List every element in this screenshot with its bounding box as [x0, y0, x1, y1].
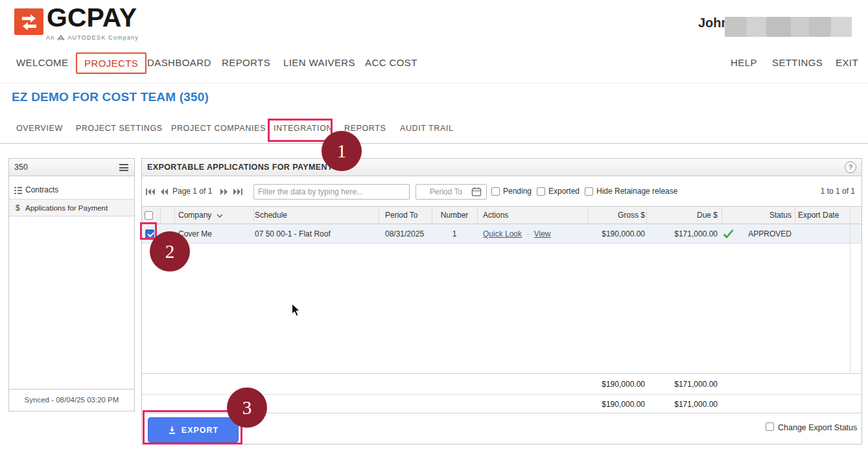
page-indicator: Page 1 of 1 [172, 187, 212, 196]
gcpay-app: GCPAY An AUTODESK Company John WELCOME P… [0, 0, 868, 451]
col-export-date[interactable]: Export Date [798, 207, 839, 224]
table-header-row: Company Schedule Period To Number Action… [142, 206, 862, 224]
nav-help[interactable]: HELP [731, 57, 757, 68]
total-gross: $190,000.00 [589, 374, 645, 395]
cell-period-to: 08/31/2025 [385, 224, 424, 244]
cell-company: Cover Me [178, 224, 212, 244]
tab-overview[interactable]: OVERVIEW [16, 124, 63, 133]
nav-exit[interactable]: EXIT [836, 57, 858, 68]
totals-row-page: $190,000.00 $171,000.00 [142, 373, 862, 394]
filter-input[interactable] [253, 184, 410, 200]
col-status[interactable]: Status [723, 207, 792, 224]
tab-reports[interactable]: REPORTS [344, 124, 386, 133]
table-row[interactable]: Cover Me 07 50 00-1 - Flat Roof 08/31/20… [142, 224, 862, 244]
record-range: 1 to 1 of 1 [821, 187, 855, 196]
tab-project-settings[interactable]: PROJECT SETTINGS [76, 124, 163, 133]
cell-gross: $190,000.00 [589, 224, 645, 244]
project-tabs: OVERVIEW PROJECT SETTINGS PROJECT COMPAN… [0, 113, 868, 144]
dollar-icon: $ [16, 200, 20, 217]
total-due: $171,000.00 [648, 374, 718, 395]
export-button-label: EXPORT [182, 426, 218, 435]
tab-integration[interactable]: INTEGRATION [274, 124, 333, 133]
sidebar-header: 350 [9, 159, 134, 176]
grid-scroll-gutter [850, 206, 850, 373]
pending-label: Pending [503, 187, 532, 196]
pager-prev-icon[interactable] [159, 187, 169, 198]
cell-number: 1 [432, 224, 477, 244]
tagline-suffix: AUTODESK Company [67, 34, 139, 41]
gcpay-logo-text[interactable]: GCPAY [47, 3, 137, 33]
cell-actions: Quick Look · View [483, 224, 551, 244]
help-icon[interactable]: ? [845, 161, 856, 173]
pager-first-icon[interactable] [145, 187, 156, 198]
project-title: EZ DEMO FOR COST TEAM (350) [12, 90, 209, 104]
autodesk-tagline: An AUTODESK Company [46, 34, 139, 41]
col-due[interactable]: Due $ [648, 207, 718, 224]
sidebar-item-applications-for-payment[interactable]: $ Applications for Payment [9, 199, 134, 216]
sync-status: Synced - 08/04/25 03:20 PM [9, 389, 134, 411]
grand-total-due: $171,000.00 [648, 395, 718, 414]
hide-retainage-checkbox[interactable] [585, 187, 593, 196]
panel-title: EXPORTABLE APPLICATIONS FOR PAYMENT [147, 159, 333, 176]
change-export-status-checkbox[interactable] [766, 422, 774, 431]
contracts-list-icon [14, 187, 23, 194]
sidebar-menu-icon[interactable] [119, 164, 128, 171]
download-icon [168, 426, 176, 434]
redacted-user-surname [725, 17, 852, 37]
export-button[interactable]: EXPORT [148, 417, 239, 443]
status-badge: APPROVED [748, 224, 792, 244]
quick-look-link[interactable]: Quick Look [483, 229, 522, 238]
exported-checkbox[interactable] [537, 187, 545, 196]
gcpay-logo-icon[interactable] [14, 8, 43, 35]
nav-settings[interactable]: SETTINGS [772, 57, 823, 68]
change-export-status-label: Change Export Status [778, 423, 857, 432]
cell-status: APPROVED [723, 224, 792, 244]
sort-chevron-down-icon[interactable] [217, 214, 223, 218]
nav-dashboard[interactable]: DASHBOARD [147, 57, 211, 68]
exported-label: Exported [548, 187, 580, 196]
panel-header: EXPORTABLE APPLICATIONS FOR PAYMENT ? [142, 159, 862, 176]
tagline-prefix: An [46, 34, 54, 41]
totals-row-grand: $190,000.00 $171,000.00 [142, 394, 862, 413]
pending-checkbox[interactable] [491, 187, 500, 196]
exportable-applications-panel: EXPORTABLE APPLICATIONS FOR PAYMENT ? Pa… [141, 158, 862, 445]
tab-audit-trail[interactable]: AUDIT TRAIL [400, 124, 454, 133]
action-separator: · [526, 229, 529, 238]
col-gross[interactable]: Gross $ [589, 207, 645, 224]
autodesk-logo-icon [57, 35, 65, 41]
contract-sidebar-panel: 350 Contracts $ Applications for Payment… [8, 158, 135, 411]
col-period-to[interactable]: Period To [385, 207, 417, 224]
nav-reports[interactable]: REPORTS [222, 57, 270, 68]
exchange-arrows-icon [20, 14, 38, 30]
select-all-checkbox[interactable] [145, 211, 153, 220]
nav-acc-cost[interactable]: ACC COST [365, 57, 417, 68]
sidebar-title: 350 [14, 159, 28, 176]
sidebar-item-contracts[interactable]: Contracts [9, 181, 134, 199]
col-company[interactable]: Company [178, 207, 223, 224]
top-navigation: WELCOME PROJECTS DASHBOARD REPORTS LIEN … [0, 45, 868, 84]
cell-schedule: 07 50 00-1 - Flat Roof [255, 224, 331, 244]
grand-total-gross: $190,000.00 [589, 395, 645, 414]
col-company-label: Company [178, 211, 211, 220]
sidebar-item-label: Contracts [25, 181, 58, 199]
sidebar-item-label: Applications for Payment [25, 200, 108, 217]
tab-project-companies[interactable]: PROJECT COMPANIES [171, 124, 266, 133]
row-checkbox[interactable] [145, 229, 154, 238]
col-schedule[interactable]: Schedule [255, 207, 287, 224]
col-number[interactable]: Number [432, 207, 477, 224]
calendar-icon[interactable] [471, 187, 482, 199]
hide-retainage-label: Hide Retainage release [596, 187, 677, 196]
nav-lien-waivers[interactable]: LIEN WAIVERS [283, 57, 355, 68]
cell-due: $171,000.00 [648, 224, 718, 244]
nav-welcome[interactable]: WELCOME [16, 57, 68, 68]
panel-footer: EXPORT Change Export Status [142, 413, 862, 444]
col-actions[interactable]: Actions [483, 207, 508, 224]
approved-check-icon [723, 229, 734, 238]
view-link[interactable]: View [534, 229, 551, 238]
nav-projects[interactable]: PROJECTS [76, 52, 147, 74]
pager-last-icon[interactable] [233, 187, 243, 198]
pager-next-icon[interactable] [220, 187, 229, 198]
